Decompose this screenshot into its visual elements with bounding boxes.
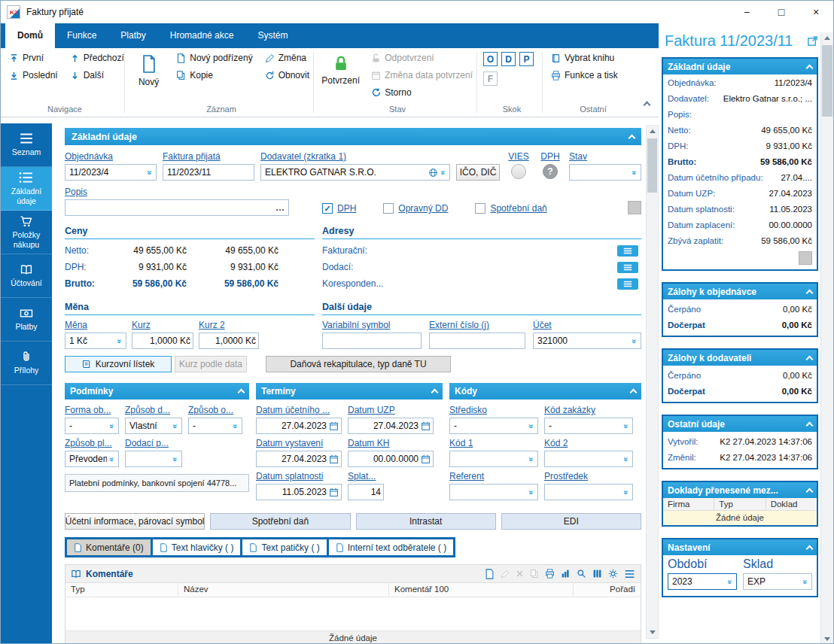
change-button[interactable]: Změna (263, 52, 312, 64)
ucetni-informace-button[interactable]: Účetní informace, párovací symbol (65, 513, 205, 530)
refresh-button[interactable]: Obnovit (263, 69, 312, 81)
column-komentar[interactable]: Komentář 100 (389, 583, 574, 597)
kurzovni-listek-button[interactable]: Kurzovní lístek (65, 356, 172, 372)
sidebar-item-prilohy[interactable]: Přílohy (1, 342, 52, 385)
kod-zakazky-field[interactable]: -» (544, 418, 633, 434)
scrollbar-thumb[interactable] (647, 138, 657, 193)
maximize-button[interactable]: □ (764, 1, 799, 23)
preview-nastaveni-header[interactable]: Nastavení (663, 539, 817, 555)
obdobi-field[interactable]: 2023 » (668, 573, 737, 590)
datum-vystaveni-field[interactable]: 27.04.2023 (256, 451, 342, 467)
collapse-icon[interactable] (630, 389, 638, 396)
tab-platby[interactable]: Platby (108, 23, 157, 48)
sidebar-item-zakladni-udaje[interactable]: Základní údaje (1, 167, 52, 211)
datum-kh-field[interactable]: 00.00.0000 (348, 451, 434, 467)
dropdown-icon[interactable]: » (630, 336, 638, 345)
collapse-icon[interactable] (806, 289, 814, 296)
referent-field[interactable]: » (449, 484, 538, 500)
column-nazev[interactable]: Název (178, 583, 389, 597)
edi-button[interactable]: EDI (501, 513, 641, 530)
dodavatel-field[interactable]: ELEKTRO GATNAR S.R.O. » (260, 164, 450, 181)
jump-o-button[interactable]: O (483, 52, 498, 66)
kod-2-field[interactable]: » (544, 451, 633, 467)
preview-doklady-header[interactable]: Doklady přenesené mez... (663, 482, 817, 498)
menu-icon[interactable] (624, 570, 635, 579)
dropdown-icon[interactable]: » (527, 488, 535, 497)
print-icon[interactable] (545, 569, 555, 579)
danova-rekapitulace-button[interactable]: Daňová rekapitulace, typ daně TU (266, 356, 451, 372)
confirm-button[interactable]: Potvrzení (320, 52, 361, 88)
new-child-button[interactable]: Nový podřízený (174, 52, 254, 64)
calendar-icon[interactable] (329, 454, 339, 464)
dropdown-icon[interactable]: » (108, 454, 116, 463)
open-in-window-icon[interactable] (807, 35, 818, 47)
preview-zalohy-dod-header[interactable]: Zálohy k dodavateli (663, 350, 817, 366)
opravny-dd-checkbox[interactable]: Opravný DD (383, 203, 448, 214)
calendar-icon[interactable] (421, 421, 431, 431)
scrollbar-track[interactable] (647, 137, 658, 627)
dropdown-icon[interactable]: » (527, 421, 535, 430)
forma-objednani-field[interactable]: -» (65, 418, 119, 434)
tab-text-paticky[interactable]: Text patičky ( ) (242, 539, 326, 555)
objednavka-field[interactable]: 11/2023/4 » (65, 164, 157, 181)
splatnost-field[interactable]: 14 (348, 484, 384, 500)
datum-splatnosti-field[interactable]: 11.05.2023 (256, 484, 342, 500)
scroll-up-button[interactable] (821, 32, 833, 44)
form-section-header[interactable]: Základní údaje (65, 128, 641, 145)
chart-icon[interactable] (561, 569, 571, 579)
collapse-icon[interactable] (806, 64, 814, 71)
tab-komentare[interactable]: Komentáře (0) (67, 539, 151, 555)
first-button[interactable]: První (7, 52, 60, 64)
tab-domu[interactable]: Domů (5, 23, 55, 48)
tab-hromadne-akce[interactable]: Hromadné akce (158, 23, 246, 48)
sklad-field[interactable]: EXP » (743, 573, 812, 590)
tab-funkce[interactable]: Funkce (55, 23, 108, 48)
dropdown-icon[interactable]: » (439, 168, 447, 177)
search-icon[interactable] (577, 569, 586, 579)
dropdown-icon[interactable]: » (171, 421, 179, 430)
datum-ucetniho-field[interactable]: 27.04.2023 (256, 418, 342, 434)
column-typ[interactable]: Typ (714, 498, 766, 510)
tab-text-hlavicky[interactable]: Text hlavičky ( ) (153, 539, 241, 555)
jump-p-button[interactable]: P (519, 52, 534, 66)
tab-system[interactable]: Systém (245, 23, 300, 48)
main-scrollbar[interactable] (646, 125, 659, 639)
globe-icon[interactable] (428, 168, 438, 178)
previous-button[interactable]: Předchozí (68, 52, 126, 64)
preview-zakladni-header[interactable]: Základní údaje (663, 59, 817, 74)
scroll-up-button[interactable] (647, 126, 658, 137)
column-poradi[interactable]: Pořadí (574, 583, 641, 597)
faktura-prijata-field[interactable]: 11/2023/11 (163, 164, 254, 181)
dropdown-icon[interactable]: » (115, 336, 123, 345)
functions-print-button[interactable]: Funkce a tisk (549, 69, 620, 81)
dropdown-icon[interactable]: » (171, 454, 179, 463)
collapse-icon[interactable] (629, 134, 636, 141)
zpusob-odberu-field[interactable]: -» (188, 418, 242, 434)
address-menu-button[interactable] (617, 278, 638, 290)
collapse-icon[interactable] (806, 421, 814, 429)
dph-checkbox[interactable]: ✓ DPH (322, 203, 356, 214)
minimize-button[interactable]: − (729, 1, 764, 23)
copy-button[interactable]: Kopie (174, 69, 254, 81)
externi-cislo-field[interactable] (429, 333, 525, 349)
kody-header[interactable]: Kódy (449, 383, 641, 399)
jump-d-button[interactable]: D (501, 52, 516, 66)
new-button[interactable]: Nový (131, 52, 166, 90)
dropdown-icon[interactable]: » (726, 577, 734, 586)
sidebar-item-polozky-nakupu[interactable]: Položky nákupu (1, 211, 52, 254)
preview-ostatni-header[interactable]: Ostatní údaje (663, 416, 817, 432)
column-firma[interactable]: Firma (663, 498, 714, 510)
zpusob-platby-field[interactable]: Převodem» (65, 451, 119, 467)
kurz2-field[interactable]: 1,0000 Kč (199, 333, 259, 349)
address-menu-button[interactable] (617, 245, 638, 257)
stredisko-field[interactable]: -» (449, 418, 538, 434)
datum-uzp-field[interactable]: 27.04.2023 (348, 418, 434, 434)
kod-1-field[interactable]: » (449, 451, 538, 467)
tab-interni-text[interactable]: Interní text odběratele ( ) (329, 539, 453, 555)
collapse-ribbon-button[interactable] (644, 97, 650, 111)
terminy-header[interactable]: Termíny (256, 383, 443, 399)
storno-button[interactable]: Storno (369, 87, 475, 99)
dropdown-icon[interactable]: » (630, 168, 638, 177)
ucet-field[interactable]: 321000 » (533, 333, 641, 349)
calendar-icon[interactable] (421, 454, 431, 464)
